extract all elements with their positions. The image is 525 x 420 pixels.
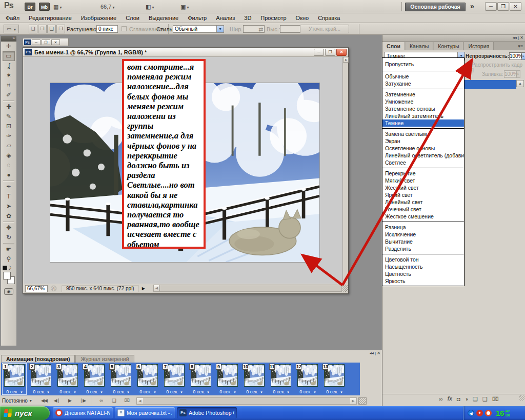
restore-button[interactable]: ❐ [325,49,335,56]
blend-mode-option[interactable]: Вычитание [382,238,464,245]
frame-delay[interactable]: 0 сек. ▾ [135,389,160,394]
brush-tool[interactable]: ✎ [3,112,15,122]
screen-mode-icon[interactable]: ▣▾ [180,3,189,11]
swap-colors-icon[interactable]: ⤸ [9,266,11,271]
3d-orbit-tool[interactable]: ↻ [3,233,15,243]
link-layers-icon[interactable]: ∞ [439,395,443,403]
dodge-tool[interactable]: ● [3,170,15,180]
fill-stepper-icon[interactable]: ▸ [517,70,520,78]
blend-mode-option[interactable]: Мягкий свет [382,177,464,184]
type-tool[interactable]: T [3,192,15,202]
hand-tool[interactable]: ☛ [3,245,15,254]
propagate-frame-checkbox[interactable]: ✓ [465,65,470,70]
status-menu-icon[interactable]: ▶ [142,286,145,291]
tab-paths[interactable]: Контуры [434,42,463,50]
frame-delay[interactable]: 0 сек. ▾ [295,389,320,394]
blend-mode-option[interactable]: Светлее [382,159,464,166]
vertical-scrollbar[interactable]: ▲ [342,57,348,284]
tray-app-icon[interactable]: ✦ [476,410,483,416]
frame-delay[interactable]: 0 сек. ▾ [242,389,267,394]
scroll-right-icon[interactable]: ▶ [350,398,356,404]
style-select[interactable]: Обычный ▾ [173,25,224,33]
panel-resize-grip[interactable] [358,397,367,405]
lasso-tool[interactable]: ʆ [3,61,15,71]
blend-mode-option[interactable]: Замена светлым [382,130,464,137]
quick-selection-tool[interactable]: ✶ [3,71,15,81]
launch-bridge-button[interactable]: Br [25,3,35,11]
add-to-selection-icon[interactable]: ❐ [38,25,47,33]
blend-mode-option[interactable]: Линейный свет [382,198,464,206]
animation-frame[interactable]: 70 сек. ▾ [162,363,187,395]
toolbox-collapse-icon[interactable]: » [1,36,16,42]
canvas-pasteboard[interactable]: вот смотрите...я поменяла режим наложени… [24,57,342,284]
blend-mode-option[interactable]: Осветление основы [382,145,464,152]
scroll-up-icon[interactable]: ▲ [516,80,524,87]
scroll-up-icon[interactable]: ▲ [343,57,349,63]
close-button[interactable]: ✕ [510,2,521,11]
collapse-panels-icon[interactable]: ◂◂ [513,35,517,40]
menu-item[interactable]: Изображение [76,13,121,23]
blend-mode-option[interactable]: Насыщенность [382,263,464,270]
animation-frame[interactable]: 30 сек. ▾ [55,363,80,395]
taskbar-task[interactable]: PsAdobe Photoshop CS... [177,407,237,418]
chevron-down-icon[interactable]: ▾ [216,26,224,32]
status-zoom-value[interactable]: 66,67% [25,285,48,292]
menu-item[interactable]: Просмотр [256,13,291,23]
blend-mode-option[interactable]: Линейный осветлитель (добавить) [382,152,464,159]
launch-device-central-button[interactable]: Mb [39,3,50,11]
refine-edge-button[interactable]: Уточн. край... [300,25,349,33]
feather-input[interactable] [96,25,118,33]
restore-button[interactable]: ❐ [497,2,509,11]
arrange-documents-icon[interactable]: ▦▾ [53,3,62,11]
blend-mode-option[interactable]: Жесткий свет [382,184,464,191]
taskbar-task[interactable]: ≡Моя рамочка.txt - А... [115,407,175,418]
animation-frame[interactable]: 80 сек. ▾ [189,363,213,395]
gradient-tool[interactable]: ◈ [3,151,15,161]
frame-delay[interactable]: 0 сек. ▾ [29,389,53,394]
menu-item[interactable]: Фильтр [183,13,211,23]
menu-item[interactable]: 3D [239,13,256,23]
tab-channels[interactable]: Каналы [406,42,433,50]
tab-animation[interactable]: Анимация (покадровая) [1,355,75,363]
default-colors-icon[interactable] [3,266,7,270]
quick-mask-button[interactable]: ◉ [4,288,13,295]
restore-button[interactable]: ❐ [42,39,50,45]
frame-delay[interactable]: 0 сек. ▾ [215,389,240,394]
frame-delay[interactable]: 0 сек. ▾ [189,389,213,394]
minimize-button[interactable]: ─ [32,39,41,45]
panel-menu-icon[interactable]: ▾≡ [518,42,523,50]
zoom-tool[interactable]: ⚲ [3,254,15,264]
antialias-checkbox[interactable] [122,26,127,31]
play-button[interactable]: ▶ [64,397,75,405]
clone-stamp-tool[interactable]: ⊡ [3,122,15,131]
menu-item[interactable]: Слои [121,13,144,23]
next-frame-button[interactable]: ❘▶ [77,397,88,405]
taskbar-task[interactable]: Дневник NATALI-NG ... [53,407,113,418]
blend-mode-option[interactable]: Перекрытие [382,170,464,177]
close-button[interactable]: ✕ [336,49,347,56]
pen-tool[interactable]: ✒ [3,182,15,192]
minimize-button[interactable]: ─ [314,49,324,56]
subtract-from-selection-icon[interactable]: ❑ [47,25,56,33]
tab-layers[interactable]: Слои [382,42,405,50]
frames-scrollbar[interactable]: ◀ ▶ [136,397,357,405]
animation-frame[interactable]: 60 сек. ▾ [135,363,160,395]
text-layer-box[interactable]: вот смотрите...я поменяла режим наложени… [122,59,206,249]
delete-frame-button[interactable]: ⌧ [121,397,132,405]
blend-mode-option[interactable]: Умножение [382,98,464,105]
delete-layer-icon[interactable]: ⌧ [492,395,499,403]
eyedropper-tool[interactable]: ✐ [3,90,15,100]
tab-history[interactable]: История [464,42,494,50]
blend-mode-option[interactable]: Точечный свет [382,206,464,213]
adjustment-layer-icon[interactable]: ◑ [465,395,468,403]
swap-dimensions-icon[interactable]: ⇄ [258,26,263,33]
animation-frame[interactable]: 120 сек. ▾ [295,363,320,395]
height-input[interactable] [280,25,301,33]
frame-delay[interactable]: 0 сек. ▾ [109,389,133,394]
blend-mode-option[interactable]: Цветовой тон [382,256,464,263]
blend-mode-option[interactable]: Затемнение основы [382,105,464,112]
blend-mode-option[interactable]: Темнее [382,119,464,127]
blend-mode-option[interactable]: Яркий свет [382,191,464,198]
fill-value[interactable]: 100% [504,70,517,78]
frame-delay[interactable]: 0 сек. ▾ [322,389,347,394]
